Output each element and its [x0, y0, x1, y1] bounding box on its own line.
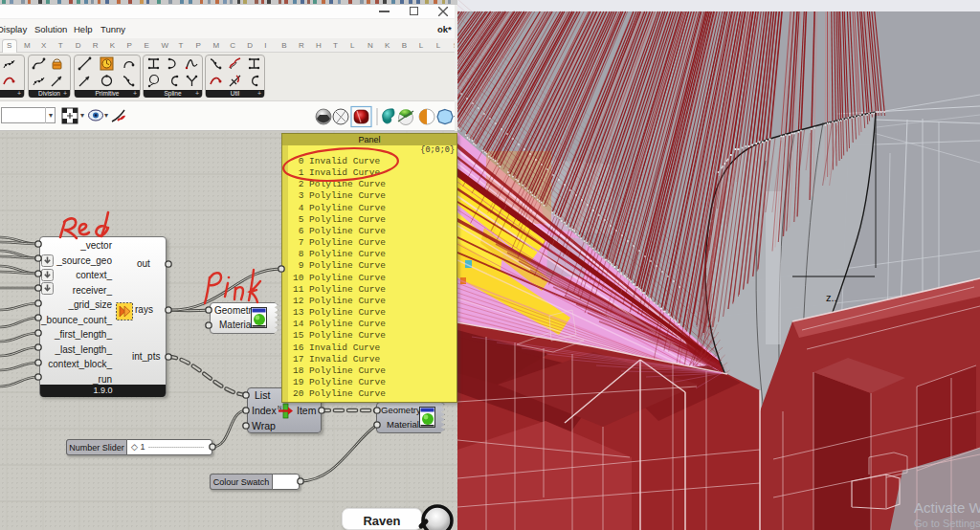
svg-text:z..: z..	[826, 292, 837, 303]
svg-text:Activate Win: Activate Win	[914, 499, 980, 516]
svg-text:Go to Settings t: Go to Settings t	[914, 518, 980, 529]
